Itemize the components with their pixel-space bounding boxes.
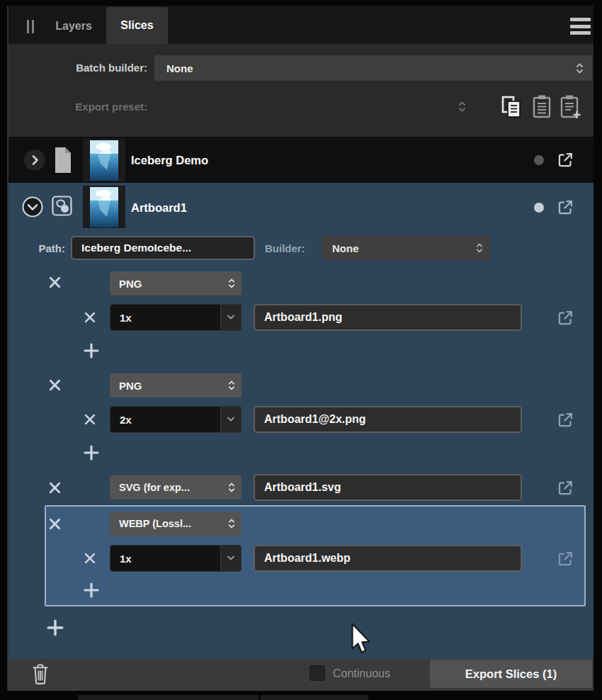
tab-slices-label: Slices (120, 19, 153, 32)
tab-slices[interactable]: Slices (106, 7, 168, 44)
delete-format-button[interactable] (47, 377, 62, 393)
updown-chevron-icon (228, 517, 235, 530)
chevron-right-icon (31, 154, 39, 166)
artboard-thumbnail (83, 186, 125, 228)
x-icon (48, 378, 62, 392)
grip-bar (32, 20, 34, 33)
updown-chevron-icon (576, 62, 584, 75)
x-icon (48, 517, 62, 531)
add-scale-button[interactable] (82, 341, 101, 360)
page-icon (52, 145, 74, 176)
plus-icon (46, 619, 64, 637)
plus-icon (83, 582, 100, 599)
continuous-label: Continuous (333, 667, 390, 680)
clipboard-add-icon (559, 93, 581, 120)
scale-select[interactable]: 1x (110, 545, 242, 572)
plus-icon (83, 342, 100, 359)
tab-layers-label: Layers (55, 20, 92, 33)
delete-scale-button[interactable] (82, 310, 98, 325)
scale-select[interactable]: 2x (110, 406, 242, 433)
delete-scale-button[interactable] (82, 412, 98, 427)
export-preset-select[interactable] (455, 98, 469, 115)
document-export-button[interactable] (553, 148, 577, 172)
delete-format-button[interactable] (47, 480, 62, 495)
filename-value: Artboard1.svg (264, 481, 341, 494)
artboard-visibility-dot[interactable] (534, 203, 544, 213)
add-scale-button[interactable] (82, 581, 101, 599)
documents-copy-icon (499, 93, 524, 120)
filename-value: Artboard1.webp (264, 552, 351, 565)
updown-chevron-icon (228, 277, 235, 290)
path-label: Path: (25, 242, 65, 254)
export-icon (555, 307, 576, 329)
builder-select[interactable]: None (322, 236, 490, 260)
scale-value: 2x (110, 407, 220, 432)
preset-duplicate-button[interactable] (497, 91, 526, 121)
export-preset-label: Export preset: (27, 101, 147, 113)
artboard-export-button[interactable] (553, 196, 577, 220)
circle-chevron-down-icon (21, 196, 44, 218)
updown-chevron-icon (228, 481, 235, 494)
continuous-checkbox[interactable] (309, 665, 325, 681)
document-expand-button[interactable] (24, 149, 45, 171)
x-icon (84, 311, 96, 324)
export-icon (555, 478, 576, 499)
bottom-strip-segment (261, 695, 368, 700)
format-select[interactable]: SVG (for exp... (110, 475, 242, 499)
chevron-down-icon (220, 305, 241, 330)
grip-bar (27, 20, 29, 33)
tab-layers[interactable]: Layers (44, 14, 103, 38)
format-value: PNG (119, 380, 142, 392)
document-thumbnail (83, 139, 125, 181)
delete-scale-button[interactable] (82, 551, 98, 566)
artboard-collapse-button[interactable] (21, 196, 44, 218)
chevron-down-icon (220, 546, 241, 571)
filename-field[interactable]: Artboard1.png (254, 304, 522, 331)
preset-list-button[interactable] (530, 92, 554, 120)
document-visibility-dot[interactable] (534, 155, 544, 165)
slice-export-button[interactable] (553, 408, 577, 432)
format-select[interactable]: WEBP (Lossl... (110, 512, 242, 536)
bottom-strip-segment (78, 695, 259, 700)
add-format-button[interactable] (45, 618, 65, 638)
format-select[interactable]: PNG (110, 271, 242, 295)
updown-chevron-icon (228, 379, 235, 392)
updown-chevron-icon (458, 100, 466, 113)
format-select[interactable]: PNG (110, 373, 242, 397)
batch-builder-select[interactable]: None (154, 55, 592, 81)
filename-field[interactable]: Artboard1.svg (254, 474, 522, 501)
add-scale-button[interactable] (82, 444, 101, 462)
export-slices-button[interactable]: Export Slices (1) (430, 660, 592, 688)
path-field[interactable]: Iceberg DemoIcebe... (71, 236, 255, 260)
slice-export-button[interactable] (553, 476, 577, 500)
format-value: PNG (119, 278, 142, 290)
clipboard-icon (531, 93, 552, 120)
x-icon (48, 481, 62, 495)
mouse-cursor (349, 623, 370, 657)
format-value: SVG (for exp... (119, 482, 190, 493)
document-title: Iceberg Demo (131, 154, 208, 167)
filename-value: Artboard1@2x.png (264, 413, 366, 426)
filename-field[interactable]: Artboard1@2x.png (254, 406, 522, 433)
plus-icon (83, 444, 100, 461)
path-value: Iceberg DemoIcebe... (81, 242, 191, 254)
scale-select[interactable]: 1x (110, 304, 242, 331)
trash-icon (31, 662, 50, 686)
batch-builder-label: Batch builder: (27, 62, 147, 74)
x-icon (84, 413, 96, 426)
artboard-icon (50, 193, 74, 218)
slice-export-button[interactable] (553, 306, 577, 330)
delete-slice-button[interactable] (30, 660, 51, 687)
panel-grip[interactable] (27, 20, 34, 33)
panel-menu-button[interactable] (570, 18, 591, 35)
preset-add-button[interactable] (558, 92, 582, 120)
filename-field[interactable]: Artboard1.webp (254, 545, 522, 572)
slices-panel: Layers Slices Batch builder: None Export… (0, 0, 602, 700)
scale-value: 1x (110, 546, 220, 571)
delete-format-button[interactable] (47, 516, 62, 531)
export-icon (555, 197, 576, 218)
delete-format-button[interactable] (47, 274, 62, 290)
format-value: WEBP (Lossl... (119, 518, 191, 529)
filename-value: Artboard1.png (264, 311, 342, 324)
slice-export-button[interactable] (553, 547, 577, 571)
